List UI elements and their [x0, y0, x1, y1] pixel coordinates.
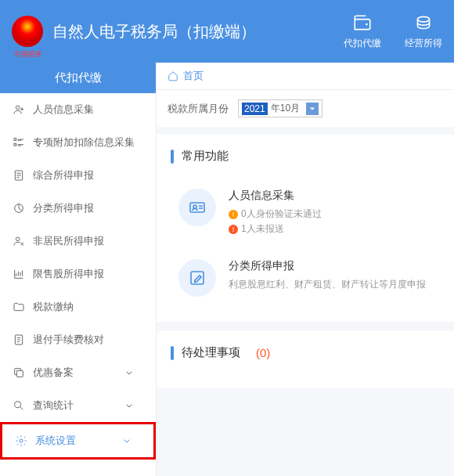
func-item-category[interactable]: 分类所得申报 利息股息红利、财产租赁、财产转让等月度申报: [171, 248, 440, 308]
panel-pending: 待处理事项 (0): [157, 331, 454, 388]
svg-rect-3: [14, 139, 16, 141]
svg-point-2: [16, 106, 20, 110]
period-input[interactable]: 2021 年10月: [238, 99, 322, 117]
func-title: 人员信息采集: [229, 189, 432, 203]
sidebar-item-comprehensive[interactable]: 综合所得申报: [0, 159, 156, 192]
warning-icon: !: [229, 210, 238, 219]
func-body: 分类所得申报 利息股息红利、财产租赁、财产转让等月度申报: [229, 259, 432, 297]
sidebar-item-label: 限售股所得申报: [33, 267, 104, 281]
sidebar-item-taxpay[interactable]: 税款缴纳: [0, 290, 156, 323]
sidebar-item-label: 优惠备案: [33, 366, 74, 380]
panel-common-functions: 常用功能 人员信息采集 ! 0人身份验证未通过 ! 1人未报送: [157, 135, 454, 322]
home-icon: [168, 70, 178, 81]
sidebar-item-label: 综合所得申报: [33, 168, 94, 182]
logo-caption: 中国税务: [13, 49, 41, 60]
func-desc: 利息股息红利、财产租赁、财产转让等月度申报: [229, 278, 432, 291]
svg-point-13: [193, 205, 196, 208]
sidebar-header: 代扣代缴: [0, 63, 156, 93]
func-error-line: ! 1人未报送: [229, 222, 432, 236]
wallet-icon: [352, 13, 373, 34]
user-x-icon: [13, 235, 25, 247]
chevron-down-icon: [123, 366, 135, 379]
period-row: 税款所属月份 2021 年10月: [157, 90, 454, 127]
app-header: 中国税务 自然人电子税务局（扣缴端） 代扣代缴 经营所得: [0, 0, 454, 63]
breadcrumb[interactable]: 首页: [157, 63, 454, 90]
folder-icon: [13, 301, 25, 313]
svg-rect-4: [14, 143, 16, 146]
svg-point-1: [417, 16, 429, 21]
sidebar-item-category[interactable]: 分类所得申报: [0, 192, 156, 225]
func-warning-line: ! 0人身份验证未通过: [229, 207, 432, 221]
sidebar-item-label: 专项附加扣除信息采集: [33, 135, 135, 150]
pie-icon: [13, 202, 25, 215]
panel-title: 常用功能: [171, 149, 440, 164]
svg-point-11: [20, 439, 23, 442]
header-actions: 代扣代缴 经营所得: [344, 13, 442, 50]
panel-title: 待处理事项 (0): [171, 345, 440, 360]
app-title: 自然人电子税务局（扣缴端）: [52, 21, 344, 42]
sidebar-item-nonresident[interactable]: 非居民所得申报: [0, 225, 156, 258]
sidebar-item-label: 人员信息采集: [33, 103, 94, 117]
sidebar-item-deduction[interactable]: 专项附加扣除信息采集: [0, 126, 156, 159]
list-icon: [13, 136, 25, 149]
sidebar-item-label: 查询统计: [33, 398, 74, 413]
svg-rect-9: [16, 370, 23, 377]
sidebar-item-settings[interactable]: 系统设置: [0, 422, 156, 460]
svg-point-7: [16, 237, 20, 241]
error-icon: !: [229, 225, 238, 234]
chevron-down-icon: [123, 399, 135, 412]
gear-icon: [15, 435, 27, 447]
svg-point-10: [15, 402, 21, 408]
func-body: 人员信息采集 ! 0人身份验证未通过 ! 1人未报送: [229, 189, 432, 237]
document-icon: [13, 169, 25, 182]
receipt-icon: [13, 334, 25, 346]
header-action-label: 经营所得: [405, 37, 442, 50]
breadcrumb-home: 首页: [183, 69, 204, 83]
sidebar: 代扣代缴 人员信息采集 专项附加扣除信息采集 综合所得申报 分类所得申报 非居民…: [0, 63, 157, 476]
period-dropdown-icon[interactable]: [306, 103, 319, 115]
period-label: 税款所属月份: [168, 102, 229, 116]
coins-icon: [413, 13, 434, 34]
logo-emblem: 中国税务: [12, 16, 43, 47]
sidebar-item-personnel[interactable]: 人员信息采集: [0, 93, 156, 126]
edit-doc-icon: [178, 259, 216, 297]
func-item-personnel[interactable]: 人员信息采集 ! 0人身份验证未通过 ! 1人未报送: [171, 178, 440, 248]
sidebar-item-refund[interactable]: 退付手续费核对: [0, 323, 156, 356]
sidebar-item-label: 非居民所得申报: [33, 234, 104, 248]
period-month: 年10月: [268, 102, 303, 115]
chart-icon: [13, 268, 25, 280]
id-card-icon: [178, 189, 216, 226]
header-action-label: 代扣代缴: [344, 37, 381, 50]
sidebar-item-query[interactable]: 查询统计: [0, 389, 156, 422]
main-content: 首页 税款所属月份 2021 年10月 常用功能 人员信息采集: [157, 63, 454, 476]
sidebar-item-label: 分类所得申报: [33, 201, 94, 215]
func-title: 分类所得申报: [229, 259, 432, 273]
svg-rect-12: [190, 203, 204, 212]
sidebar-item-preference[interactable]: 优惠备案: [0, 356, 156, 389]
sidebar-item-label: 系统设置: [35, 434, 76, 448]
sidebar-item-restricted[interactable]: 限售股所得申报: [0, 258, 156, 290]
period-year: 2021: [242, 103, 268, 115]
svg-point-0: [366, 23, 368, 25]
header-action-business[interactable]: 经营所得: [405, 13, 442, 50]
pending-count: (0): [256, 346, 270, 359]
copy-icon: [13, 366, 25, 379]
header-action-withholding[interactable]: 代扣代缴: [344, 13, 381, 50]
sidebar-item-label: 退付手续费核对: [33, 333, 104, 347]
search-icon: [13, 399, 25, 412]
person-add-icon: [13, 103, 25, 116]
chevron-down-icon: [121, 435, 133, 447]
sidebar-item-label: 税款缴纳: [33, 300, 74, 314]
